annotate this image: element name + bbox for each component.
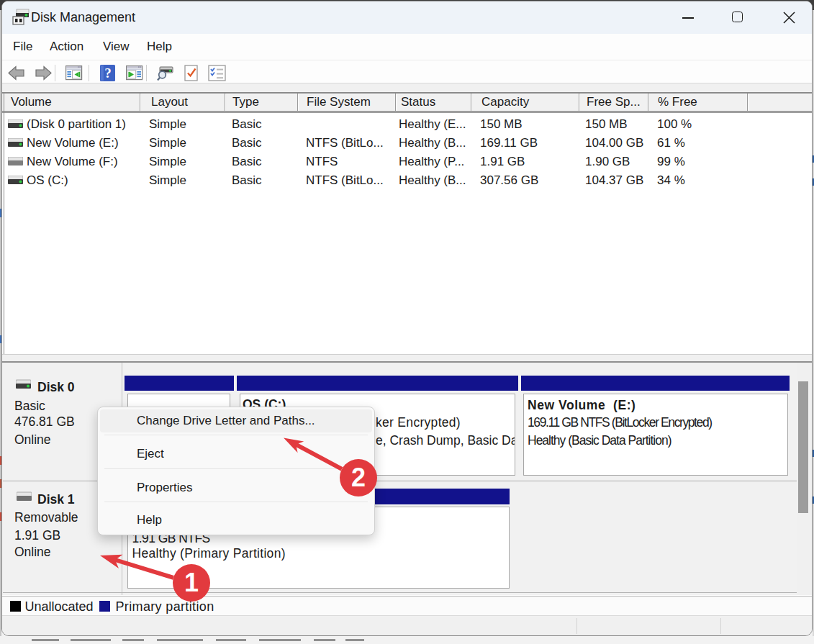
- svg-text:2: 2: [351, 463, 366, 492]
- svg-text:1: 1: [184, 568, 199, 597]
